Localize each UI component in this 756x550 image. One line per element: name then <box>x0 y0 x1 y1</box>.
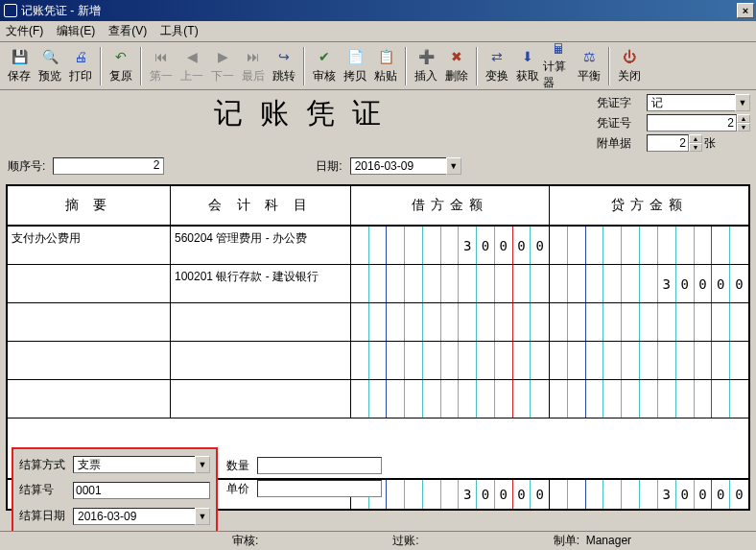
spin-up-icon[interactable]: ▲ <box>737 114 750 123</box>
chevron-down-icon[interactable]: ▼ <box>735 94 750 111</box>
close-button[interactable]: ⏻关闭 <box>614 44 645 88</box>
print-icon: 🖨 <box>71 47 90 66</box>
statusbar: 审核: 过账: 制单: Manager <box>0 531 756 550</box>
spin-up-icon[interactable]: ▲ <box>689 134 702 143</box>
price-input[interactable] <box>257 480 382 497</box>
col-credit: 贷方金额 <box>550 186 748 227</box>
status-maker: 制单: Manager <box>554 533 631 549</box>
swap-icon: ⇄ <box>487 47 507 66</box>
cell-debit[interactable] <box>351 265 550 303</box>
undo-icon: ↶ <box>111 47 130 66</box>
save-icon: 💾 <box>10 47 29 66</box>
calc-icon: 🖩 <box>549 41 568 57</box>
cell-summary[interactable] <box>8 303 171 342</box>
settle-num-input[interactable]: 0001 <box>73 482 210 499</box>
window-title: 记账凭证 - 新增 <box>21 3 101 19</box>
word-select[interactable]: 记 <box>647 94 735 111</box>
window-close-button[interactable]: × <box>737 3 754 18</box>
prev-button[interactable]: ◀上一 <box>177 44 207 88</box>
spin-down-icon[interactable]: ▼ <box>689 143 702 152</box>
balance-icon: ⚖ <box>579 47 599 66</box>
paste-button[interactable]: 📋粘贴 <box>370 44 401 88</box>
chevron-down-icon[interactable]: ▼ <box>195 508 210 525</box>
audit-button[interactable]: ✔审核 <box>309 44 340 88</box>
table-row[interactable] <box>8 380 748 418</box>
cell-credit[interactable] <box>550 380 748 418</box>
insert-icon: ➕ <box>416 47 436 66</box>
settle-date-input[interactable]: 2016-03-09 <box>73 508 195 525</box>
price-label: 单价 <box>226 481 257 497</box>
first-button[interactable]: ⏮第一 <box>146 44 177 88</box>
col-account: 会 计 科 目 <box>171 186 351 227</box>
seq-input[interactable]: 2 <box>53 157 164 175</box>
settle-method-label: 结算方式 <box>19 457 73 473</box>
swap-button[interactable]: ⇄变换 <box>482 44 512 88</box>
copy-icon: 📄 <box>345 47 365 66</box>
toolbar: 💾保存🔍预览🖨打印↶复原⏮第一◀上一▶下一⏭最后↪跳转✔审核📄拷贝📋粘贴➕插入✖… <box>0 42 756 90</box>
jump-icon: ↪ <box>274 47 294 66</box>
first-icon: ⏮ <box>152 47 171 66</box>
menu-edit[interactable]: 编辑(E) <box>57 23 95 39</box>
cell-account[interactable] <box>171 380 351 418</box>
cell-account[interactable] <box>171 303 351 342</box>
cell-credit[interactable] <box>550 303 748 342</box>
att-unit: 张 <box>704 135 716 152</box>
menubar: 文件(F) 编辑(E) 查看(V) 工具(T) <box>0 21 756 42</box>
settlement-panel: 结算方式 支票 ▼ 结算号 0001 结算日期 2016-03-09 ▼ <box>12 447 218 534</box>
chevron-down-icon[interactable]: ▼ <box>195 456 210 473</box>
table-row[interactable] <box>8 342 748 380</box>
jump-button[interactable]: ↪跳转 <box>269 44 299 88</box>
word-label: 凭证字 <box>597 95 647 111</box>
cell-debit[interactable]: 30000 <box>351 227 550 265</box>
last-icon: ⏭ <box>244 47 263 66</box>
settle-method-select[interactable]: 支票 <box>73 456 195 473</box>
delete-icon: ✖ <box>447 47 466 66</box>
next-button[interactable]: ▶下一 <box>207 44 238 88</box>
table-row[interactable] <box>8 303 748 342</box>
menu-tools[interactable]: 工具(T) <box>160 23 198 39</box>
preview-button[interactable]: 🔍预览 <box>35 44 65 88</box>
menu-file[interactable]: 文件(F) <box>6 23 43 39</box>
calc-button[interactable]: 🖩计算器 <box>543 44 574 88</box>
cell-credit[interactable] <box>550 342 748 380</box>
cell-summary[interactable] <box>8 265 171 303</box>
qty-input[interactable] <box>257 457 382 474</box>
balance-button[interactable]: ⚖平衡 <box>574 44 604 88</box>
undo-button[interactable]: ↶复原 <box>106 44 136 88</box>
spin-down-icon[interactable]: ▼ <box>737 123 750 132</box>
cell-account[interactable] <box>171 342 351 380</box>
cell-summary[interactable]: 支付办公费用 <box>8 227 171 265</box>
app-icon <box>4 4 17 17</box>
cell-debit[interactable] <box>351 303 550 342</box>
cell-debit[interactable] <box>351 342 550 380</box>
fetch-icon: ⬇ <box>518 47 537 66</box>
num-input[interactable]: 2 <box>647 114 737 132</box>
fetch-button[interactable]: ⬇获取 <box>512 44 543 88</box>
cell-account[interactable]: 100201 银行存款 - 建设银行 <box>171 265 351 303</box>
cell-credit[interactable]: 30000 <box>550 265 748 303</box>
save-button[interactable]: 💾保存 <box>4 44 35 88</box>
last-button[interactable]: ⏭最后 <box>238 44 269 88</box>
menu-view[interactable]: 查看(V) <box>108 23 147 39</box>
print-button[interactable]: 🖨打印 <box>65 44 96 88</box>
chevron-down-icon[interactable]: ▼ <box>446 157 461 175</box>
copy-button[interactable]: 📄拷贝 <box>340 44 370 88</box>
date-input[interactable]: 2016-03-09 <box>350 157 446 175</box>
delete-button[interactable]: ✖删除 <box>441 44 472 88</box>
insert-button[interactable]: ➕插入 <box>411 44 441 88</box>
status-audit: 审核: <box>232 533 258 549</box>
att-input[interactable]: 2 <box>647 134 689 152</box>
cell-credit[interactable] <box>550 227 748 265</box>
cell-debit[interactable] <box>351 380 550 418</box>
cell-summary[interactable] <box>8 380 171 418</box>
col-summary: 摘 要 <box>8 186 171 227</box>
qty-label: 数量 <box>226 458 257 474</box>
cell-summary[interactable] <box>8 342 171 380</box>
prev-icon: ◀ <box>182 47 201 66</box>
table-row[interactable]: 100201 银行存款 - 建设银行30000 <box>8 265 748 303</box>
cell-account[interactable]: 560204 管理费用 - 办公费 <box>171 227 351 265</box>
total-credit: 30000 <box>550 480 748 509</box>
table-row[interactable]: 支付办公费用560204 管理费用 - 办公费30000 <box>8 227 748 265</box>
settle-date-label: 结算日期 <box>19 508 73 524</box>
close-icon: ⏻ <box>620 47 639 66</box>
